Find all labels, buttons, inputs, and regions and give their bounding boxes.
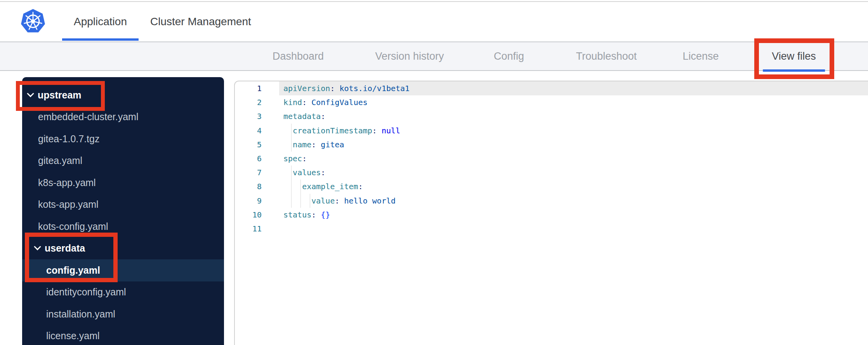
- nav-item-config[interactable]: Config: [494, 42, 524, 70]
- indent-guide: [310, 194, 310, 208]
- tree-item-label: installation.yaml: [46, 309, 115, 320]
- kots-admin-console: ApplicationCluster Management DashboardV…: [0, 0, 868, 345]
- indent-guide: [291, 194, 292, 208]
- code-line-9: 9 value: hello world: [235, 194, 868, 208]
- code-text: value: hello world: [279, 194, 868, 208]
- code-text: metadata:: [279, 109, 868, 123]
- line-number: 3: [235, 112, 262, 121]
- tree-item-label: config.yaml: [46, 265, 100, 276]
- code-text: values:: [279, 166, 868, 179]
- tree-item-label: gitea-1.0.7.tgz: [38, 133, 99, 145]
- kubernetes-logo-icon[interactable]: [20, 8, 46, 35]
- line-number: 4: [235, 126, 262, 135]
- file-installation-yaml[interactable]: installation.yaml: [22, 303, 224, 325]
- file-k8s-app-yaml[interactable]: k8s-app.yaml: [22, 172, 224, 194]
- line-number: 8: [235, 182, 262, 191]
- indent-guide: [300, 194, 301, 208]
- tab-cluster-management[interactable]: Cluster Management: [139, 2, 263, 41]
- code-text: spec:: [279, 152, 868, 166]
- indent-guide: [291, 124, 292, 138]
- tree-item-label: kots-app.yaml: [38, 199, 99, 210]
- tree-item-label: gitea.yaml: [38, 155, 82, 166]
- file-embedded-cluster-yaml[interactable]: embedded-cluster.yaml: [22, 106, 224, 128]
- code-line-5: 5 name: gitea: [235, 138, 868, 152]
- code-line-10: 10status: {}: [235, 208, 868, 222]
- file-kots-app-yaml[interactable]: kots-app.yaml: [22, 194, 224, 216]
- indent-guide: [291, 179, 292, 193]
- code-line-4: 4 creationTimestamp: null: [235, 124, 868, 138]
- line-number: 10: [235, 210, 262, 219]
- file-gitea-yaml[interactable]: gitea.yaml: [22, 150, 224, 172]
- tree-item-label: k8s-app.yaml: [38, 177, 96, 188]
- folder-userdata[interactable]: userdata: [22, 238, 224, 260]
- file-kots-config-yaml[interactable]: kots-config.yaml: [22, 216, 224, 238]
- line-number: 7: [235, 168, 262, 177]
- code-text: example_item:: [279, 179, 868, 193]
- nav-item-troubleshoot[interactable]: Troubleshoot: [576, 42, 637, 70]
- nav-item-license[interactable]: License: [682, 42, 719, 70]
- tree-item-label: userdata: [45, 243, 85, 254]
- code-text: status: {}: [279, 208, 868, 222]
- tree-item-label: kots-config.yaml: [38, 221, 108, 232]
- indent-guide: [300, 179, 301, 193]
- indent-guide: [291, 138, 292, 152]
- line-number: 6: [235, 154, 262, 163]
- code-text: [279, 222, 868, 236]
- app-subnav: DashboardVersion historyConfigTroublesho…: [0, 41, 868, 71]
- file-config-yaml[interactable]: config.yaml: [22, 259, 224, 281]
- code-text: apiVersion: kots.io/v1beta1: [279, 81, 868, 95]
- code-line-6: 6spec:: [235, 152, 868, 166]
- chevron-down-icon: [27, 90, 34, 97]
- chevron-down-icon: [34, 243, 41, 250]
- file-identityconfig-yaml[interactable]: identityconfig.yaml: [22, 281, 224, 304]
- line-number: 11: [235, 224, 262, 233]
- nav-item-view-files[interactable]: View files: [772, 42, 816, 70]
- line-number: 9: [235, 196, 262, 205]
- tree-item-label: upstream: [38, 90, 82, 101]
- line-number: 1: [235, 84, 262, 93]
- tree-item-label: license.yaml: [46, 330, 100, 342]
- code-line-2: 2kind: ConfigValues: [235, 95, 868, 109]
- line-number: 2: [235, 98, 262, 107]
- file-license-yaml[interactable]: license.yaml: [22, 325, 224, 345]
- tree-item-label: identityconfig.yaml: [46, 286, 126, 298]
- tree-item-label: embedded-cluster.yaml: [38, 111, 138, 122]
- line-number: 5: [235, 140, 262, 149]
- code-text: name: gitea: [279, 138, 868, 152]
- top-tab-bar: ApplicationCluster Management: [62, 2, 263, 41]
- code-line-8: 8 example_item:: [235, 179, 868, 193]
- nav-item-version-history[interactable]: Version history: [375, 42, 444, 70]
- indent-guide: [291, 166, 292, 179]
- code-line-3: 3metadata:: [235, 109, 868, 123]
- code-line-1: 1apiVersion: kots.io/v1beta1: [235, 81, 868, 95]
- code-line-11: 11: [235, 222, 868, 236]
- file-gitea-1-0-7-tgz[interactable]: gitea-1.0.7.tgz: [22, 128, 224, 150]
- nav-item-dashboard[interactable]: Dashboard: [273, 42, 324, 70]
- code-text: kind: ConfigValues: [279, 95, 868, 109]
- tab-application[interactable]: Application: [62, 2, 139, 41]
- code-line-7: 7 values:: [235, 166, 868, 179]
- file-content-editor[interactable]: 1apiVersion: kots.io/v1beta12kind: Confi…: [234, 81, 868, 345]
- code-text: creationTimestamp: null: [279, 124, 868, 138]
- folder-upstream[interactable]: upstream: [22, 84, 224, 106]
- app-header: ApplicationCluster Management: [0, 2, 868, 41]
- file-tree-sidebar: upstreamembedded-cluster.yamlgitea-1.0.7…: [22, 77, 224, 345]
